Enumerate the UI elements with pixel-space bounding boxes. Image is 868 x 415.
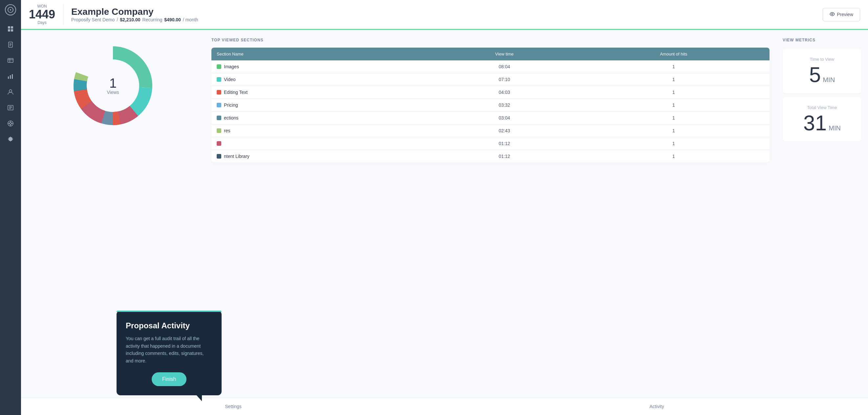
cell-view-time: 01:12 — [431, 137, 578, 150]
section-name: ections — [224, 115, 238, 120]
divider: / — [117, 17, 118, 22]
svg-rect-16 — [12, 74, 13, 79]
middle-panel: TOP VIEWED SECTIONS Section Name View ti… — [205, 30, 776, 397]
sidebar — [0, 0, 21, 415]
cell-name — [211, 137, 431, 150]
svg-rect-5 — [8, 29, 10, 31]
donut-label: Views — [107, 90, 119, 95]
table-header-row: Section Name View time Amount of hits — [211, 48, 770, 60]
table-row: ections 03:04 1 — [211, 112, 770, 124]
header-left: Won 1449 Days Example Company Proposify … — [29, 4, 198, 25]
finish-button[interactable]: Finish — [152, 372, 187, 386]
documents-icon[interactable] — [4, 38, 17, 51]
time-to-view-card: Time to View 5 MIN — [783, 49, 862, 93]
proposal-activity-tooltip: Proposal Activity You can get a full aud… — [117, 310, 222, 395]
total-view-time-value: 31 MIN — [789, 113, 855, 134]
svg-rect-11 — [8, 58, 13, 62]
list-icon[interactable] — [4, 101, 17, 114]
col-section-name: Section Name — [211, 48, 431, 60]
section-name: Editing Text — [224, 90, 248, 95]
won-badge: Won 1449 Days — [29, 4, 63, 25]
row-color-dot — [217, 77, 221, 82]
row-color-dot — [217, 116, 221, 120]
svg-rect-14 — [8, 77, 9, 79]
row-color-dot — [217, 64, 221, 69]
tooltip-progress-fill — [117, 310, 222, 312]
svg-rect-3 — [8, 26, 10, 29]
svg-point-23 — [9, 122, 11, 124]
svg-point-17 — [9, 90, 12, 92]
time-to-view-label: Time to View — [789, 57, 855, 62]
eye-icon — [830, 11, 835, 18]
integrations-icon[interactable] — [4, 117, 17, 130]
cell-hits: 1 — [578, 150, 770, 163]
cell-name: ntent Library — [211, 150, 431, 163]
header-info: Example Company Proposify Sent Demo / $2… — [71, 6, 198, 22]
row-color-dot — [217, 128, 221, 133]
total-view-time-unit: MIN — [829, 124, 841, 132]
svg-rect-4 — [11, 26, 13, 29]
view-metrics-title: VIEW METRICS — [783, 38, 862, 42]
cell-name: Video — [211, 73, 431, 86]
header: Won 1449 Days Example Company Proposify … — [21, 0, 868, 30]
cell-view-time: 01:12 — [431, 150, 578, 163]
top-viewed-title: TOP VIEWED SECTIONS — [211, 38, 770, 42]
company-name: Example Company — [71, 6, 198, 17]
chart-icon[interactable] — [4, 69, 17, 83]
preview-button[interactable]: Preview — [823, 8, 860, 21]
col-view-time: View time — [431, 48, 578, 60]
person-icon[interactable] — [4, 85, 17, 98]
table-row: 01:12 1 — [211, 137, 770, 150]
deal-amount: $2,210.00 — [120, 17, 140, 22]
cell-hits: 1 — [578, 124, 770, 137]
time-to-view-unit: MIN — [823, 76, 835, 84]
won-days: Days — [29, 20, 55, 25]
section-name: Video — [224, 77, 236, 82]
table-row: Pricing 03:32 1 — [211, 99, 770, 112]
cell-view-time: 08:04 — [431, 60, 578, 73]
settings-icon[interactable] — [4, 132, 17, 146]
total-view-time-number: 31 — [803, 113, 827, 134]
tab-settings[interactable]: Settings — [220, 403, 247, 410]
won-number: 1449 — [29, 8, 55, 20]
donut-chart: 1 Views — [70, 43, 156, 128]
tab-activity[interactable]: Activity — [644, 403, 669, 410]
section-name: Pricing — [224, 102, 238, 108]
breadcrumb: Proposify Sent Demo — [71, 17, 115, 22]
col-hits: Amount of hits — [578, 48, 770, 60]
tooltip-body: You can get a full audit trail of all th… — [126, 335, 212, 364]
table-row: res 02:43 1 — [211, 124, 770, 137]
table-row: Video 07:10 1 — [211, 73, 770, 86]
section-name: ntent Library — [224, 154, 249, 159]
logo-icon[interactable] — [5, 4, 17, 16]
table-row: Editing Text 04:03 1 — [211, 86, 770, 99]
dashboard-icon[interactable] — [4, 22, 17, 35]
right-panel: VIEW METRICS Time to View 5 MIN Total Vi… — [776, 30, 868, 397]
cell-name: Editing Text — [211, 86, 431, 99]
cell-hits: 1 — [578, 112, 770, 124]
sections-table: Section Name View time Amount of hits Im… — [211, 48, 770, 162]
header-meta: Proposify Sent Demo / $2,210.00 Recurrin… — [71, 17, 198, 22]
table-row: ntent Library 01:12 1 — [211, 150, 770, 163]
time-to-view-number: 5 — [809, 64, 821, 85]
table-row: Images 08:04 1 — [211, 60, 770, 73]
svg-rect-15 — [10, 75, 11, 79]
cell-view-time: 07:10 — [431, 73, 578, 86]
section-name: res — [224, 128, 230, 133]
cell-hits: 1 — [578, 73, 770, 86]
preview-label: Preview — [837, 12, 853, 17]
donut-number: 1 — [107, 77, 119, 90]
tooltip-title: Proposal Activity — [126, 321, 212, 330]
table-icon[interactable] — [4, 54, 17, 67]
per-month: / month — [183, 17, 198, 22]
cell-view-time: 04:03 — [431, 86, 578, 99]
cell-hits: 1 — [578, 60, 770, 73]
cell-name: ections — [211, 112, 431, 124]
row-color-dot — [217, 103, 221, 107]
cell-view-time: 02:43 — [431, 124, 578, 137]
cell-view-time: 03:32 — [431, 99, 578, 112]
cell-hits: 1 — [578, 99, 770, 112]
cell-name: Images — [211, 60, 431, 73]
row-color-dot — [217, 154, 221, 158]
donut-center: 1 Views — [107, 77, 119, 95]
